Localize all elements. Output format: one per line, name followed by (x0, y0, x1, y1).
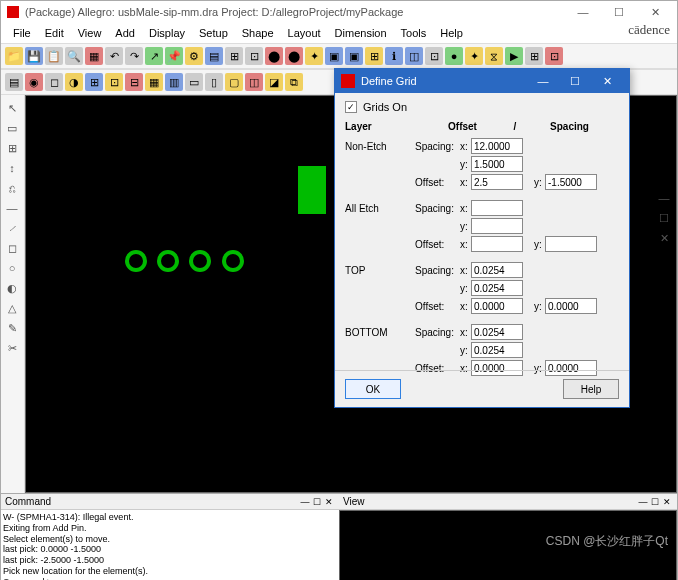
dialog-titlebar[interactable]: Define Grid — ☐ ✕ (335, 69, 629, 93)
tool-icon[interactable]: ✦ (305, 47, 323, 65)
line-tool-icon[interactable]: ⟋ (3, 219, 21, 237)
panel-max-icon[interactable]: ☐ (311, 496, 323, 508)
spacing-x-input[interactable] (471, 138, 523, 154)
tool-icon[interactable]: ◫ (405, 47, 423, 65)
tool-icon[interactable]: ⊡ (105, 73, 123, 91)
tool-icon[interactable]: ↷ (125, 47, 143, 65)
tool-icon[interactable]: ▶ (505, 47, 523, 65)
close-button[interactable]: ✕ (639, 3, 671, 21)
grid-tool-icon[interactable]: ⊞ (3, 139, 21, 157)
rect-tool-icon[interactable]: ▭ (3, 119, 21, 137)
tool-icon[interactable]: 📌 (165, 47, 183, 65)
triangle-tool-icon[interactable]: △ (3, 299, 21, 317)
tool-icon[interactable]: 💾 (25, 47, 43, 65)
move-tool-icon[interactable]: ↕ (3, 159, 21, 177)
offset-x-input[interactable] (471, 298, 523, 314)
tool-icon[interactable]: ▦ (85, 47, 103, 65)
tool-icon[interactable]: ▢ (225, 73, 243, 91)
tool-icon[interactable]: ▦ (145, 73, 163, 91)
tool-icon[interactable]: ⊟ (125, 73, 143, 91)
tool-icon[interactable]: ↶ (105, 47, 123, 65)
tool-icon[interactable]: 🔍 (65, 47, 83, 65)
offset-x-input[interactable] (471, 174, 523, 190)
undo-tool-icon[interactable]: ⎌ (3, 179, 21, 197)
tool-icon[interactable]: ▤ (5, 73, 23, 91)
tool-icon[interactable]: ⊡ (425, 47, 443, 65)
spacing-x-input[interactable] (471, 262, 523, 278)
select-tool-icon[interactable]: ↖ (3, 99, 21, 117)
tool-icon[interactable]: ▤ (205, 47, 223, 65)
ok-button[interactable]: OK (345, 379, 401, 399)
spacing-y-input[interactable] (471, 280, 523, 296)
maximize-button[interactable]: ☐ (603, 3, 635, 21)
tool-icon[interactable]: 📁 (5, 47, 23, 65)
tool-icon[interactable]: ⬤ (265, 47, 283, 65)
menu-dimension[interactable]: Dimension (329, 25, 393, 41)
circular-pad[interactable] (125, 250, 147, 272)
spacing-x-input[interactable] (471, 324, 523, 340)
menu-tools[interactable]: Tools (395, 25, 433, 41)
command-log[interactable]: W- (SPMHA1-314): Illegal event. Exiting … (1, 510, 339, 580)
menu-help[interactable]: Help (434, 25, 469, 41)
help-button[interactable]: Help (563, 379, 619, 399)
tool-icon[interactable]: ✦ (465, 47, 483, 65)
tool-icon[interactable]: ⬤ (285, 47, 303, 65)
offset-y-input[interactable] (545, 298, 597, 314)
tool-icon[interactable]: ⊡ (545, 47, 563, 65)
tool-icon[interactable]: ◑ (65, 73, 83, 91)
tool-icon[interactable]: ▥ (165, 73, 183, 91)
tool-icon[interactable]: ⊡ (245, 47, 263, 65)
tool-icon[interactable]: ⊞ (85, 73, 103, 91)
offset-x-input[interactable] (471, 236, 523, 252)
menu-view[interactable]: View (72, 25, 108, 41)
edit-tool-icon[interactable]: ✎ (3, 319, 21, 337)
circle-tool-icon[interactable]: ○ (3, 259, 21, 277)
spacing-x-input[interactable] (471, 200, 523, 216)
box-tool-icon[interactable]: ◻ (3, 239, 21, 257)
tool-icon[interactable]: ▯ (205, 73, 223, 91)
tool-icon[interactable]: 📋 (45, 47, 63, 65)
tool-icon[interactable]: ℹ (385, 47, 403, 65)
spacing-y-input[interactable] (471, 218, 523, 234)
circular-pad[interactable] (189, 250, 211, 272)
arc-tool-icon[interactable]: ◐ (3, 279, 21, 297)
tool-icon[interactable]: ▣ (345, 47, 363, 65)
tool-icon[interactable]: ◉ (25, 73, 43, 91)
menu-add[interactable]: Add (109, 25, 141, 41)
tool-icon[interactable]: ↗ (145, 47, 163, 65)
tool-icon[interactable]: ⊞ (525, 47, 543, 65)
offset-y-input[interactable] (545, 236, 597, 252)
offset-y-input[interactable] (545, 174, 597, 190)
spacing-y-input[interactable] (471, 156, 523, 172)
tool-icon[interactable]: ▣ (325, 47, 343, 65)
panel-close-icon[interactable]: ✕ (661, 496, 673, 508)
tool-icon[interactable]: ⧉ (285, 73, 303, 91)
tool-icon[interactable]: ◪ (265, 73, 283, 91)
dock-min-icon[interactable]: — (655, 189, 673, 207)
tool-icon[interactable]: ◻ (45, 73, 63, 91)
rect-pad[interactable] (298, 166, 326, 214)
dock-max-icon[interactable]: ☐ (655, 209, 673, 227)
menu-shape[interactable]: Shape (236, 25, 280, 41)
tool-icon[interactable]: ◫ (245, 73, 263, 91)
panel-close-icon[interactable]: ✕ (323, 496, 335, 508)
grids-on-checkbox[interactable]: ✓ (345, 101, 357, 113)
panel-min-icon[interactable]: — (299, 496, 311, 508)
tool-icon[interactable]: ⊞ (225, 47, 243, 65)
tool-icon[interactable]: ▭ (185, 73, 203, 91)
tool-icon[interactable]: ⧖ (485, 47, 503, 65)
spacing-y-input[interactable] (471, 342, 523, 358)
dialog-minimize-button[interactable]: — (527, 71, 559, 91)
circular-pad[interactable] (157, 250, 179, 272)
dialog-close-button[interactable]: ✕ (591, 71, 623, 91)
menu-file[interactable]: File (7, 25, 37, 41)
menu-layout[interactable]: Layout (282, 25, 327, 41)
panel-min-icon[interactable]: — (637, 496, 649, 508)
cut-tool-icon[interactable]: ✂ (3, 339, 21, 357)
circular-pad[interactable] (222, 250, 244, 272)
tool-icon[interactable]: ⚙ (185, 47, 203, 65)
dock-close-icon[interactable]: ✕ (655, 229, 673, 247)
panel-max-icon[interactable]: ☐ (649, 496, 661, 508)
tool-icon[interactable]: ● (445, 47, 463, 65)
menu-display[interactable]: Display (143, 25, 191, 41)
